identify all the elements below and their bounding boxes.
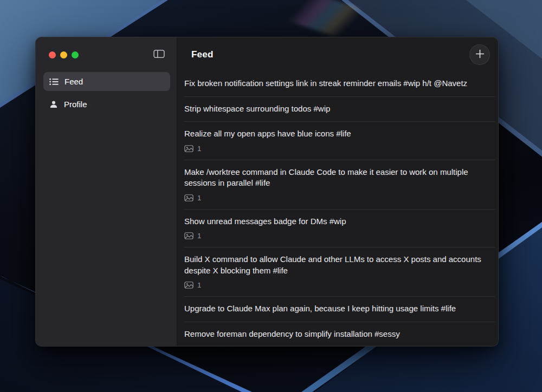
feed-item[interactable]: Show unread messages badge for DMs #wip … bbox=[184, 209, 495, 247]
feed-item-text: Fix broken notification settings link in… bbox=[184, 78, 491, 89]
sidebar-item-label: Feed bbox=[64, 77, 83, 86]
add-item-button[interactable] bbox=[469, 44, 490, 65]
main-content: Feed Fix broken notification settings li… bbox=[177, 37, 498, 346]
attachment-indicator: 1 bbox=[184, 145, 491, 153]
sidebar-item-profile[interactable]: Profile bbox=[43, 95, 170, 114]
photo-icon bbox=[184, 282, 193, 289]
zoom-button[interactable] bbox=[72, 51, 79, 58]
attachment-count: 1 bbox=[197, 194, 201, 202]
sidebar-header bbox=[36, 37, 177, 60]
sidebar-toggle-icon bbox=[153, 49, 165, 60]
sidebar-item-label: Profile bbox=[64, 100, 87, 109]
sidebar: Feed Profile bbox=[36, 37, 177, 346]
main-header: Feed bbox=[177, 37, 498, 71]
feed-item[interactable]: Realize all my open apps have blue icons… bbox=[184, 121, 495, 160]
sidebar-toggle-button[interactable] bbox=[153, 49, 165, 60]
attachment-indicator: 1 bbox=[184, 194, 491, 202]
feed-item-text: Build X command to allow Claude and othe… bbox=[184, 254, 491, 276]
traffic-lights bbox=[49, 51, 79, 58]
sidebar-nav: Feed Profile bbox=[36, 72, 177, 114]
photo-icon bbox=[184, 145, 193, 152]
feed-item[interactable]: Make /worktree command in Claude Code to… bbox=[184, 160, 495, 209]
feed-item[interactable]: Build X command to allow Claude and othe… bbox=[184, 247, 495, 296]
attachment-count: 1 bbox=[197, 281, 201, 289]
plus-icon bbox=[475, 49, 485, 60]
sidebar-item-feed[interactable]: Feed bbox=[43, 72, 170, 91]
feed-item[interactable]: Upgrade to Claude Max plan again, becaus… bbox=[184, 296, 495, 322]
wallpaper-prism-streak bbox=[283, 0, 361, 42]
minimize-button[interactable] bbox=[60, 51, 67, 58]
page-title: Feed bbox=[191, 49, 213, 60]
photo-icon bbox=[184, 232, 193, 239]
person-icon bbox=[49, 100, 58, 109]
feed-item-text: Strip whitespace surrounding todos #wip bbox=[184, 103, 491, 115]
feed-list: Fix broken notification settings link in… bbox=[177, 71, 498, 346]
attachment-count: 1 bbox=[197, 232, 201, 240]
photo-icon bbox=[184, 194, 193, 201]
feed-item[interactable]: Strip whitespace surrounding todos #wip bbox=[184, 96, 495, 122]
feed-item-text: Show unread messages badge for DMs #wip bbox=[184, 216, 491, 227]
feed-item-text: Remove foreman dependency to simplify in… bbox=[184, 329, 491, 340]
feed-item-text: Realize all my open apps have blue icons… bbox=[184, 128, 491, 140]
app-window: Feed Profile Feed bbox=[35, 37, 499, 347]
feed-item-text: Upgrade to Claude Max plan again, becaus… bbox=[184, 303, 491, 315]
list-bullet-icon bbox=[49, 78, 59, 86]
feed-item[interactable]: Fix broken notification settings link in… bbox=[184, 71, 495, 96]
attachment-indicator: 1 bbox=[184, 232, 491, 240]
attachment-count: 1 bbox=[197, 145, 201, 153]
feed-item[interactable]: Remove foreman dependency to simplify in… bbox=[184, 322, 495, 347]
close-button[interactable] bbox=[49, 51, 56, 58]
feed-item-text: Make /worktree command in Claude Code to… bbox=[184, 167, 491, 189]
attachment-indicator: 1 bbox=[184, 281, 491, 289]
